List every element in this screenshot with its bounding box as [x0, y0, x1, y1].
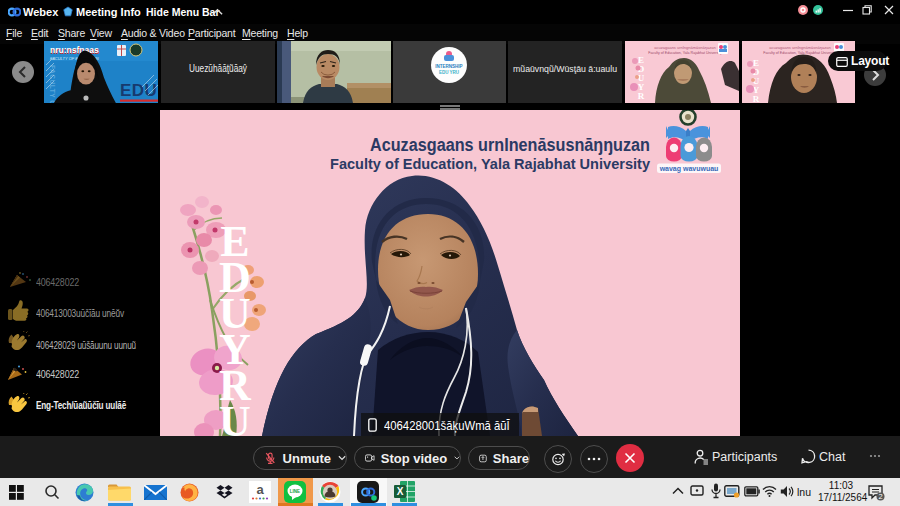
svg-text:Acuzasgaans urnInenāsusnāŋŋuza: Acuzasgaans urnInenāsusnāŋŋuzan [370, 135, 650, 155]
svg-text:INTERNSHIP: INTERNSHIP [435, 64, 462, 69]
svg-text:U: U [219, 397, 251, 436]
svg-text:R: R [753, 94, 760, 103]
svg-text:a: a [256, 482, 264, 497]
svg-text:X: X [397, 486, 404, 497]
svg-text:Faculty of Education, Yala Raj: Faculty of Education, Yala Rajabhat Univ… [763, 51, 837, 55]
svg-text:2: 2 [878, 492, 882, 501]
svg-text:mũaūvnqũ/Wūsţāu ā:uaulu: mũaūvnqũ/Wūsţāu ā:uaulu [513, 64, 617, 74]
svg-text:Faculty of Education, Yala Raj: Faculty of Education, Yala Rajabhat Univ… [648, 51, 722, 55]
svg-text:acuzagaans urnIngnāmāsnāŋazan: acuzagaans urnIngnāmāsnāŋazan [769, 45, 830, 50]
svg-text:LINE: LINE [290, 489, 300, 494]
svg-text:Uuezūhāāţũāaŷ: Uuezūhāāţũāaŷ [189, 63, 247, 74]
svg-text:wavag wavuwuau: wavag wavuwuau [659, 165, 719, 173]
svg-text:acuzagaans urnIngnāmāsnāŋazan: acuzagaans urnIngnāmāsnāŋazan [654, 45, 715, 50]
svg-text:Faculty of Education, Yala Raj: Faculty of Education, Yala Rajabhat Univ… [330, 156, 650, 172]
svg-text:EDU YRU: EDU YRU [439, 70, 459, 75]
svg-text:R: R [638, 91, 645, 101]
svg-text:nru:nsfnaas: nru:nsfnaas [50, 45, 99, 55]
